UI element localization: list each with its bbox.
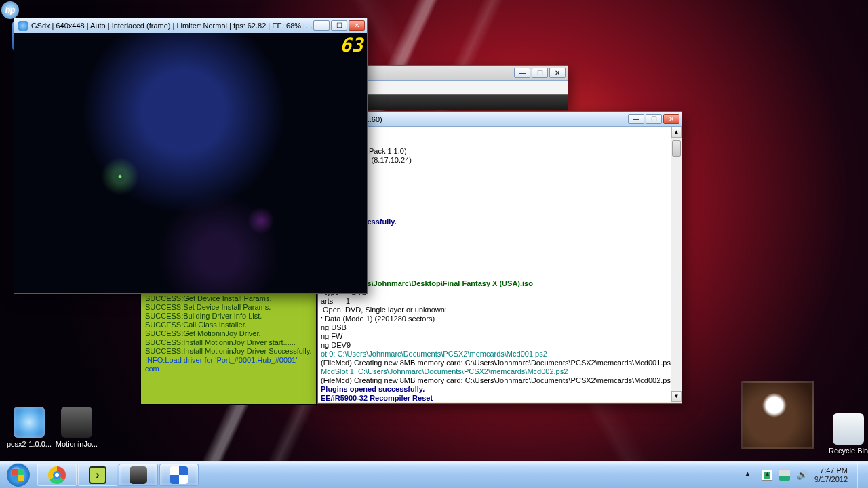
motioninjoy-icon	[89, 466, 106, 484]
console-line: McdSlot 1: C:\Users\Johnmarc\Documents\P…	[321, 367, 568, 375]
minimize-button[interactable]: —	[313, 20, 330, 30]
show-desktop-button[interactable]	[857, 462, 863, 488]
fps-overlay: 63	[340, 36, 363, 55]
log-line: SUCCESS:Install MotioninJoy Driver start…	[145, 338, 312, 347]
icon-label: pcsx2-1.0.0...	[7, 440, 52, 448]
maximize-button[interactable]: ☐	[331, 20, 347, 30]
desktop-icon-motioninjoy[interactable]: MotioninJo...	[52, 407, 102, 448]
log-line: SUCCESS:Get MotioninJoy Driver.	[145, 329, 312, 338]
desktop: hp Fina... pcsx2-1.0.0... MotioninJo... …	[0, 0, 868, 488]
window-body	[367, 81, 568, 94]
tray-chevron-icon[interactable]: ▲	[744, 470, 755, 481]
console-line: ng USB	[321, 323, 347, 331]
start-orb-icon	[6, 463, 31, 487]
scroll-thumb[interactable]	[672, 140, 681, 157]
maximize-button[interactable]: ☐	[646, 114, 662, 124]
taskbar: ▲ 7:47 PM 9/17/2012	[0, 461, 868, 488]
clock-date: 9/17/2012	[814, 475, 848, 484]
console-window[interactable]: S (USA v1.60) — ☐ ✕ ng plugins... GS 760…	[317, 111, 682, 404]
console-line: EE/iR5900-32 Recompiler Reset	[321, 394, 433, 402]
log-line: SUCCESS:Install MotioninJoy Driver Succe…	[145, 347, 312, 356]
desktop-gadget-photo[interactable]	[741, 381, 814, 449]
recyclebin-icon	[833, 413, 864, 445]
system-tray: ▲ 7:47 PM 9/17/2012	[738, 462, 868, 488]
log-line: SUCCESS:Call Class Installer.	[145, 321, 312, 329]
close-button[interactable]: ✕	[549, 68, 566, 78]
scroll-down-button[interactable]: ▼	[671, 391, 682, 402]
icon-label: MotioninJo...	[56, 440, 98, 448]
app-icon	[18, 21, 28, 30]
titlebar[interactable]: — ☐ ✕	[367, 66, 568, 81]
toolbar-strip	[367, 94, 568, 110]
console-line: Open: DVD, Single layer or unknown:	[321, 306, 447, 314]
minimize-button[interactable]: —	[514, 68, 530, 78]
gamepad-icon	[130, 466, 147, 484]
gamepad-icon	[61, 407, 92, 438]
log-line: INFO:Load driver for 'Port_#0001.Hub_#00…	[145, 356, 312, 373]
windows-logo-icon	[12, 469, 24, 481]
icon-label: Recycle Bin	[829, 447, 868, 455]
clock-time: 7:47 PM	[814, 466, 848, 475]
scrollbar[interactable]: ▲ ▼	[671, 127, 682, 402]
titlebar[interactable]: GSdx | 640x448 | Auto | Interlaced (fram…	[14, 18, 367, 33]
hp-badge: hp	[1, 1, 19, 19]
driver-log-window: SUCCESS:Get Device Install Params.SUCCES…	[140, 291, 317, 405]
maximize-button[interactable]: ☐	[532, 68, 548, 78]
chrome-icon	[48, 466, 66, 484]
taskbar-item-chrome[interactable]	[37, 464, 77, 486]
clock[interactable]: 7:47 PM 9/17/2012	[814, 466, 848, 484]
title-text: S (USA v1.60)	[335, 115, 628, 123]
start-button[interactable]	[0, 462, 37, 488]
background-window[interactable]: — ☐ ✕	[366, 65, 568, 110]
desktop-icon-recyclebin[interactable]: Recycle Bin	[823, 413, 868, 455]
pcsx2-icon	[170, 466, 188, 484]
game-scene	[14, 33, 367, 293]
console-line: arts = 1	[321, 297, 350, 305]
network-icon[interactable]	[779, 470, 790, 481]
taskbar-item-motioninjoy[interactable]	[78, 464, 117, 486]
titlebar[interactable]: S (USA v1.60) — ☐ ✕	[318, 112, 682, 127]
driver-log-lines: SUCCESS:Get Device Install Params.SUCCES…	[141, 293, 316, 375]
taskbar-item-pcsx2[interactable]	[159, 464, 199, 486]
console-line: ng FW	[321, 332, 342, 340]
console-output: ng plugins... GS 7601 (Service Pack 1 1.…	[321, 129, 680, 402]
console-line: : Data (Mode 1) (2201280 sectors)	[321, 314, 435, 323]
console-line: Plugins opened successfully.	[321, 385, 425, 393]
close-button[interactable]: ✕	[349, 20, 365, 30]
console-line: ng DEV9	[321, 341, 351, 349]
close-button[interactable]: ✕	[663, 114, 679, 124]
title-text: GSdx | 640x448 | Auto | Interlaced (fram…	[31, 22, 313, 30]
emulator-viewport: 63	[14, 33, 367, 293]
console-line: (FileMcd) Creating new 8MB memory card: …	[321, 359, 675, 367]
log-line: SUCCESS:Building Driver Info List.	[145, 312, 312, 321]
action-center-icon[interactable]	[762, 470, 772, 481]
log-line: SUCCESS:Get Device Install Params.	[145, 294, 312, 303]
emulator-window[interactable]: GSdx | 640x448 | Auto | Interlaced (fram…	[14, 18, 368, 294]
log-line: SUCCESS:Set Device Install Params.	[145, 303, 312, 312]
taskbar-item-gamepad[interactable]	[119, 464, 158, 486]
scroll-up-button[interactable]: ▲	[671, 127, 682, 138]
desktop-icon-pcsx2[interactable]: pcsx2-1.0.0...	[4, 407, 54, 448]
disc-icon	[14, 407, 45, 438]
console-line: (FileMcd) Creating new 8MB memory card: …	[321, 376, 675, 384]
console-body: ng plugins... GS 7601 (Service Pack 1 1.…	[318, 127, 682, 402]
volume-icon[interactable]	[797, 470, 808, 481]
console-line: ot 0: C:\Users\Johnmarc\Documents\PCSX2\…	[321, 350, 547, 358]
minimize-button[interactable]: —	[628, 114, 644, 124]
